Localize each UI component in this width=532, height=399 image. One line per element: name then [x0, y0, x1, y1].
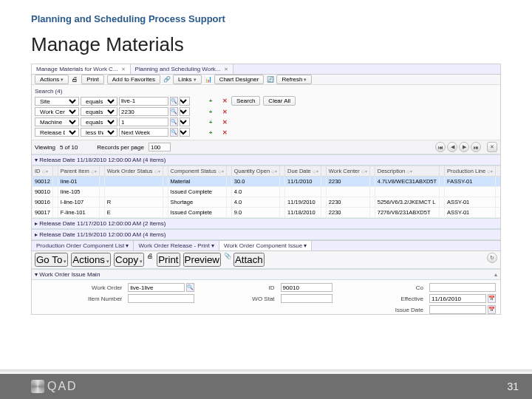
column-header[interactable] [321, 166, 326, 177]
detail-actions-menu[interactable]: Actions [71, 253, 111, 267]
search-extra-select[interactable] [180, 97, 190, 106]
group-header[interactable]: ▾ Release Date 11/18/2010 12:00:00 AM (4… [32, 154, 500, 166]
attach-button[interactable]: Attach [233, 253, 265, 267]
detail-section-header[interactable]: ▾ Work Order Issue Main ▴ [32, 269, 500, 280]
search-extra-select[interactable] [180, 107, 190, 116]
search-field-select[interactable]: Work Center [35, 107, 79, 116]
lookup-icon[interactable]: 🔍 [186, 283, 194, 292]
subtab-wo-component-issue[interactable]: Work Order Component Issue ▾ [219, 241, 312, 250]
clear-all-button[interactable]: Clear All [263, 96, 296, 106]
table-row[interactable]: 90012line-01Material30.011/1/201022304.7… [33, 177, 501, 187]
rpp-input[interactable] [149, 143, 171, 151]
table-row[interactable]: 90016I-line-107RShortage4.011/19/2010223… [33, 197, 501, 208]
copy-menu[interactable]: Copy [114, 253, 144, 267]
lookup-icon[interactable]: 🔍 [170, 107, 178, 116]
column-header[interactable]: Work Center◇▾ [326, 166, 369, 177]
search-extra-select[interactable] [180, 128, 190, 137]
page-first-button[interactable]: ⏮ [435, 142, 446, 152]
add-row-icon[interactable]: + [203, 109, 218, 115]
search-op-select[interactable]: less than [81, 128, 117, 137]
column-header[interactable]: Component Status◇▾ [168, 166, 226, 177]
table-row[interactable]: 90017F-line-101EIssued Complete9.011/18/… [33, 208, 501, 218]
column-header[interactable]: Parent Item◇▾ [58, 166, 99, 177]
column-header[interactable] [52, 166, 58, 177]
search-field-select[interactable]: Site [35, 97, 79, 106]
column-header[interactable]: Work Order Status◇▾ [104, 166, 163, 177]
subtab-wo-release-print[interactable]: Work Order Release - Print ▾ [134, 241, 219, 250]
detail-print-button[interactable]: Print [157, 253, 180, 267]
add-favorites-button[interactable]: Add to Favorites [107, 75, 160, 84]
actions-menu[interactable]: Actions [35, 75, 69, 84]
search-value-input[interactable] [119, 128, 168, 137]
page-prev-button[interactable]: ◀ [447, 142, 457, 152]
search-value-input[interactable] [119, 107, 168, 116]
goto-menu[interactable]: Go To [35, 253, 68, 267]
column-header[interactable] [163, 166, 168, 177]
tab-manage-materials[interactable]: Manage Materials for Work C...✕ [32, 64, 131, 74]
close-icon[interactable]: ✕ [224, 66, 228, 72]
page-next-button[interactable]: ▶ [459, 142, 469, 152]
chart-designer-button[interactable]: Chart Designer [214, 75, 265, 84]
cell: 90010 [33, 187, 53, 197]
lookup-icon[interactable]: 🔍 [170, 97, 178, 106]
add-row-icon[interactable]: + [203, 129, 218, 136]
column-header[interactable] [226, 166, 231, 177]
print-button[interactable]: Print [81, 75, 103, 84]
delete-row-icon[interactable]: ✕ [219, 109, 230, 115]
search-extra-select[interactable] [180, 117, 190, 126]
page-stop-button[interactable]: ✕ [487, 142, 497, 152]
delete-row-icon[interactable]: ✕ [219, 119, 230, 126]
group-footer[interactable]: ▸ Release Date 11/17/2010 12:00:00 AM (2… [32, 218, 500, 229]
lookup-icon[interactable]: 🔍 [170, 128, 178, 137]
calendar-icon[interactable]: 📅 [488, 305, 496, 314]
page-last-button[interactable]: ⏭ [471, 142, 481, 152]
effdate-input[interactable] [429, 294, 486, 303]
column-header[interactable]: Description◇▾ [375, 166, 439, 177]
issdate-input[interactable] [429, 305, 486, 314]
subtab-component-list[interactable]: Production Order Component List ▾ [32, 241, 134, 250]
links-menu[interactable]: Links [173, 75, 202, 84]
column-header[interactable] [369, 166, 375, 177]
subtab-label: Production Order Component List [36, 242, 124, 249]
detail-reload-button[interactable]: ↻ [487, 253, 497, 263]
tab-planning-scheduling[interactable]: Planning and Scheduling Work...✕ [131, 64, 233, 74]
search-button[interactable]: Search [231, 96, 260, 106]
column-header[interactable]: ID◇▾ [33, 166, 53, 177]
column-header[interactable] [496, 166, 500, 177]
search-value-input[interactable] [119, 117, 168, 126]
search-field-select[interactable]: Release Date [35, 128, 79, 137]
co-input[interactable] [429, 283, 496, 292]
preview-button[interactable]: Preview [183, 253, 221, 267]
slide-footer: QAD 31 [0, 374, 532, 399]
group-footer[interactable]: ▸ Release Date 11/19/2010 12:00:00 AM (4… [32, 229, 500, 240]
search-value-input[interactable] [119, 97, 168, 106]
cell [163, 208, 168, 218]
column-header[interactable] [440, 166, 445, 177]
search-op-select[interactable]: equals [81, 107, 117, 116]
work-order-input[interactable] [128, 283, 185, 292]
item-input[interactable] [128, 294, 194, 303]
add-row-icon[interactable]: + [203, 98, 218, 104]
calendar-icon[interactable]: 📅 [488, 294, 496, 303]
table-row[interactable]: 90010line-105Issued Complete4.0 [33, 187, 501, 197]
search-field-select[interactable]: Machine [35, 117, 79, 126]
column-header[interactable] [280, 166, 285, 177]
grid-scroll[interactable]: ID◇▾Parent Item◇▾Work Order Status◇▾Comp… [32, 166, 500, 218]
column-header[interactable]: Quantity Open◇▾ [231, 166, 279, 177]
cell [369, 187, 375, 197]
column-header[interactable]: Due Date◇▾ [285, 166, 321, 177]
refresh-menu[interactable]: Refresh [276, 75, 312, 84]
add-row-icon[interactable]: + [203, 119, 218, 126]
search-title: Search (4) [35, 86, 497, 96]
delete-row-icon[interactable]: ✕ [219, 129, 230, 136]
id-input[interactable] [281, 283, 332, 292]
column-header[interactable] [99, 166, 104, 177]
wostat-input[interactable] [281, 294, 332, 303]
search-op-select[interactable]: equals [81, 97, 117, 106]
delete-row-icon[interactable]: ✕ [219, 98, 230, 104]
collapse-icon[interactable]: ▴ [494, 271, 497, 278]
search-op-select[interactable]: equals [81, 117, 117, 126]
column-header[interactable]: Production Line◇▾ [445, 166, 496, 177]
lookup-icon[interactable]: 🔍 [170, 117, 178, 126]
close-icon[interactable]: ✕ [121, 66, 126, 72]
